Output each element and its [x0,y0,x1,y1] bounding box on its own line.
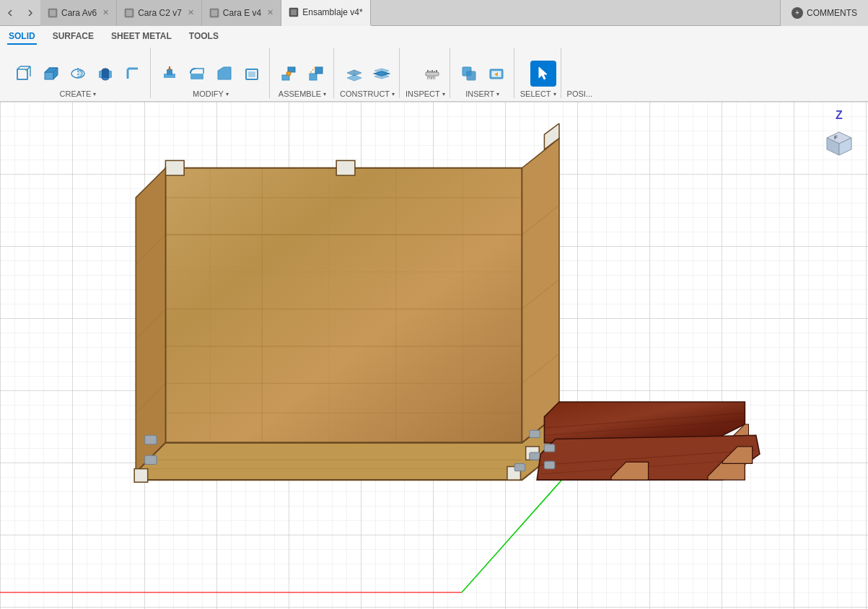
construct-label[interactable]: CONSTRUCT ▾ [340,89,395,98]
group-insert: INSERT ▾ [452,48,514,98]
svg-rect-95 [134,469,148,483]
tab-surface[interactable]: SURFACE [51,29,95,45]
tab-cara-ev4[interactable]: Cara E v4 ✕ [202,0,281,26]
insert-buttons [456,61,509,87]
svg-text:F: F [834,134,838,141]
btn-shell[interactable] [239,61,265,87]
svg-rect-41 [310,74,317,80]
svg-marker-87 [522,139,559,443]
svg-rect-7 [291,9,297,15]
svg-line-43 [310,67,315,74]
svg-rect-5 [211,10,217,16]
svg-rect-17 [45,72,53,79]
group-assemble: ASSEMBLE ▾ [271,48,334,98]
svg-text:mm: mm [427,75,436,80]
svg-rect-100 [530,430,540,437]
tool-buttons-row: + [0,45,868,101]
btn-insert-derive[interactable] [456,61,482,87]
btn-measure[interactable]: mm [419,61,445,87]
svg-rect-1 [50,10,56,16]
toolbar-tab-selector: SOLID SURFACE SHEET METAL TOOLS [0,26,868,45]
tab-bar: Cara Av6 ✕ Cara C2 v7 ✕ Cara E v4 ✕ Ensa… [0,0,868,26]
btn-midplane[interactable] [369,61,395,87]
create-buttons: + [10,61,146,87]
svg-rect-99 [145,435,157,444]
modify-label[interactable]: MODIFY ▾ [157,89,265,98]
tab-sheet-metal[interactable]: SHEET METAL [110,29,173,45]
nav-back-btn[interactable] [0,0,20,26]
group-inspect: mm INSPECT ▾ [401,48,450,98]
svg-rect-98 [145,455,157,464]
position-label[interactable]: POSI... [567,89,592,98]
svg-point-40 [286,71,291,76]
svg-marker-35 [218,67,231,79]
comments-label: COMMENTS [807,8,857,18]
tab-close-cara-av6[interactable]: ✕ [102,8,109,17]
group-construct: CONSTRUCT ▾ [336,48,400,98]
btn-hole[interactable] [92,61,118,87]
svg-rect-27 [102,71,109,78]
3d-scene [36,123,830,609]
svg-marker-33 [168,66,171,69]
btn-revolve[interactable] [65,61,91,87]
comments-button[interactable]: + COMMENTS [780,0,868,26]
create-label[interactable]: CREATE ▾ [10,89,146,98]
z-axis-label: Z [836,109,843,122]
svg-rect-102 [514,463,525,470]
group-select: SELECT ▾ [516,48,561,98]
btn-offset-plane[interactable] [341,61,367,87]
svg-rect-37 [248,71,255,77]
nav-forward-btn[interactable] [20,0,40,26]
select-buttons [530,61,556,87]
btn-joint[interactable] [276,61,302,87]
group-position: POSI... [563,48,597,98]
select-label[interactable]: SELECT ▾ [520,89,556,98]
svg-rect-3 [126,10,132,16]
btn-fillet[interactable] [120,61,146,87]
btn-insert-canvas[interactable] [483,61,509,87]
modify-buttons [157,61,265,87]
svg-rect-113 [544,444,554,452]
tab-close-cara-ev4[interactable]: ✕ [267,8,273,17]
svg-rect-42 [315,67,323,74]
orientation-cube-svg: F [820,123,859,163]
group-create: + [6,48,151,98]
svg-rect-28 [126,69,129,79]
toolbar: SOLID SURFACE SHEET METAL TOOLS [0,26,868,102]
assemble-label[interactable]: ASSEMBLE ▾ [276,89,329,98]
btn-fillet2[interactable] [184,61,210,87]
btn-select[interactable] [530,61,556,87]
comments-icon: + [792,7,803,19]
svg-rect-29 [128,67,138,70]
btn-extrude[interactable] [38,61,63,87]
tab-cara-c2v7[interactable]: Cara C2 v7 ✕ [117,0,202,26]
btn-as-built-joint[interactable] [303,61,329,87]
btn-chamfer[interactable] [211,61,237,87]
svg-rect-101 [530,452,540,460]
svg-text:+: + [25,67,28,74]
svg-rect-114 [544,461,554,468]
construct-buttons [341,61,395,87]
tab-ensamblaje-v4[interactable]: Ensamblaje v4* [281,0,370,26]
viewport[interactable]: Z F [0,102,868,609]
svg-rect-81 [165,160,184,175]
tab-solid[interactable]: SOLID [7,29,37,45]
orientation-cube[interactable]: Z F [817,109,861,167]
svg-rect-34 [190,74,203,79]
tab-tools[interactable]: TOOLS [188,29,220,45]
btn-new-component[interactable]: + [10,61,36,87]
insert-label[interactable]: INSERT ▾ [456,89,509,98]
assemble-buttons [276,61,329,87]
inspect-label[interactable]: INSPECT ▾ [405,89,445,98]
tab-close-cara-c2v7[interactable]: ✕ [188,8,194,17]
inspect-buttons: mm [419,61,445,87]
group-modify: MODIFY ▾ [152,48,270,98]
btn-press-pull[interactable] [157,61,183,87]
tab-cara-av6[interactable]: Cara Av6 ✕ [40,0,117,26]
svg-rect-58 [467,71,475,80]
svg-marker-49 [374,71,389,76]
svg-marker-83 [136,168,165,473]
svg-rect-82 [336,160,355,175]
svg-marker-67 [165,168,522,443]
